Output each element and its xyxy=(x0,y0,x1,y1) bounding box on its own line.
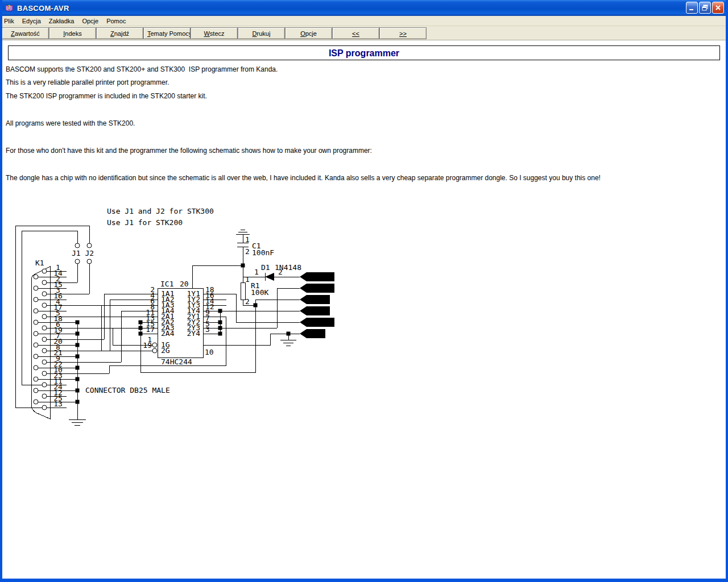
flag-label: MOSI xyxy=(309,306,327,315)
ic-ref: IC1 xyxy=(160,280,173,288)
toolbar-button-tematypomocy[interactable]: Tematy Pomocy xyxy=(143,27,191,39)
menu-item-zakadka[interactable]: Zakładka xyxy=(45,16,78,26)
db25-pin-circle xyxy=(34,331,38,336)
connector-caption: CONNECTOR DB25 MALE xyxy=(85,386,170,394)
db25-pin-circle xyxy=(34,388,38,393)
toolbar-button-opcje[interactable]: Opcje xyxy=(285,27,332,39)
app-icon: ? xyxy=(4,3,14,13)
d1-ref: D1 xyxy=(261,263,270,272)
db25-pin-circle xyxy=(34,377,38,381)
paragraph: For those who don't have this kit and th… xyxy=(6,147,372,155)
d1-pin2: 2 xyxy=(278,268,283,276)
help-window: ? BASCOM-AVR PlikEdycjaZakładk xyxy=(0,0,728,582)
flag-label: CLOCK xyxy=(309,318,332,326)
menu-item-pomoc[interactable]: Pomoc xyxy=(102,16,130,26)
db25-pin-circle xyxy=(34,320,38,325)
junction-dot xyxy=(76,321,80,325)
db25-pin-circle xyxy=(34,343,38,347)
close-icon xyxy=(714,4,722,11)
c1-pin2: 2 xyxy=(245,247,250,256)
ic-pin-name: 2G xyxy=(161,346,170,355)
toolbar-button-zawarto[interactable]: Zawartość xyxy=(2,27,49,39)
close-button[interactable] xyxy=(712,2,724,14)
ic-2g-bubble xyxy=(152,348,157,353)
jumper-j1-top xyxy=(75,243,80,248)
jumpers-label: J1 J2 xyxy=(72,249,94,257)
db25-pin-circle xyxy=(42,383,47,387)
titlebar[interactable]: ? BASCOM-AVR xyxy=(0,0,728,16)
db25-pin-circle xyxy=(34,309,38,313)
db25-pin-circle xyxy=(34,400,38,404)
paragraph: BASCOM supports the STK200 and STK200+ a… xyxy=(6,65,278,73)
menu-item-edycja[interactable]: Edycja xyxy=(18,16,45,26)
note-stk200: Use J1 for STK200 xyxy=(107,218,183,227)
paragraph: The dongle has a chip with no identifica… xyxy=(6,174,601,182)
menu-bar: PlikEdycjaZakładkaOpcjePomoc xyxy=(0,16,728,26)
toolbar: ZawartośćIndeksZnajdźTematy PomocyWstecz… xyxy=(0,26,728,40)
toolbar-button-8[interactable]: >> xyxy=(379,27,427,39)
signal-flags: POWERRESETMISOMOSICLOCKGND xyxy=(300,272,334,338)
jumper-j2-top xyxy=(87,243,92,248)
c1-value: 100nF xyxy=(252,248,274,257)
ic-pin-number: 17 xyxy=(146,325,155,334)
minimize-button[interactable] xyxy=(686,2,698,14)
db25-pin-circle xyxy=(34,286,38,290)
db25-pin-circle xyxy=(34,297,38,302)
restore-icon xyxy=(701,4,709,11)
jumper-j1-bottom xyxy=(75,259,80,264)
db25-pin-circle xyxy=(42,371,47,376)
db25-pin-circle xyxy=(42,405,47,410)
help-content: ISP programmer BASCOM supports the STK20… xyxy=(2,40,726,579)
db25-pin-circle xyxy=(42,303,47,307)
isp-programmer-schematic: Use J1 and J2 for STK300 Use J1 for STK2… xyxy=(2,193,364,443)
svg-text:?: ? xyxy=(7,5,10,10)
menu-item-plik[interactable]: Plik xyxy=(0,16,18,26)
flag-label: RESET xyxy=(309,284,332,292)
menu-item-opcje[interactable]: Opcje xyxy=(78,16,102,26)
toolbar-button-znajd[interactable]: Znajdź xyxy=(96,27,143,39)
toolbar-button-wstecz[interactable]: Wstecz xyxy=(191,27,238,39)
flag-label: MISO xyxy=(309,295,327,304)
junction-dot xyxy=(76,366,80,370)
db25-pin-circle xyxy=(34,365,38,370)
jumper-j2-bottom xyxy=(87,259,92,264)
connector-ref: K1 xyxy=(35,259,44,267)
flag-label: GND xyxy=(309,329,323,338)
toolbar-button-drukuj[interactable]: Drukuj xyxy=(238,27,285,39)
db25-pin-circle xyxy=(42,394,47,398)
r1-pin2: 2 xyxy=(245,297,250,306)
junction-dot xyxy=(76,377,80,381)
junction-dot xyxy=(76,355,80,359)
minimize-icon xyxy=(688,4,696,11)
junction-dot xyxy=(76,332,80,336)
flag-label: POWER xyxy=(309,272,332,281)
db25-pin-circle xyxy=(34,354,38,359)
junction-dot xyxy=(76,389,80,393)
ic-1g-bubble xyxy=(152,343,157,347)
toolbar-button-indeks[interactable]: Indeks xyxy=(49,27,96,39)
db25-pin-circle xyxy=(42,292,47,296)
db25-pin-circle xyxy=(42,337,47,342)
junction-dot xyxy=(76,400,80,404)
db25-pin-number: 13 xyxy=(53,400,63,408)
junction-dot xyxy=(76,343,80,347)
db25-pin-circle xyxy=(42,280,47,285)
restore-button[interactable] xyxy=(699,2,711,14)
ic-pin-name: 2A4 xyxy=(161,329,175,338)
page-title: ISP programmer xyxy=(8,45,720,60)
toolbar-button-7[interactable]: << xyxy=(332,27,379,39)
db25-pin-circle xyxy=(42,314,47,319)
r1-pin1: 1 xyxy=(245,275,250,284)
resistor-body xyxy=(241,282,245,300)
ic-part-label: 74HC244 xyxy=(161,357,192,366)
c1-pin1: 1 xyxy=(245,235,250,244)
db25-pin-circle xyxy=(42,326,47,330)
db25-pin-circle xyxy=(42,360,47,364)
window-title: BASCOM-AVR xyxy=(17,4,69,13)
note-stk300: Use J1 and J2 for STK300 xyxy=(107,207,214,215)
r1-value: 100K xyxy=(251,288,268,297)
db25-pin-circle xyxy=(34,275,38,279)
ic-pin-number: 3 xyxy=(205,325,210,334)
paragraph: This is a very reliable parallel printer… xyxy=(6,78,169,86)
paragraph: All programs were tested with the STK200… xyxy=(6,119,135,127)
